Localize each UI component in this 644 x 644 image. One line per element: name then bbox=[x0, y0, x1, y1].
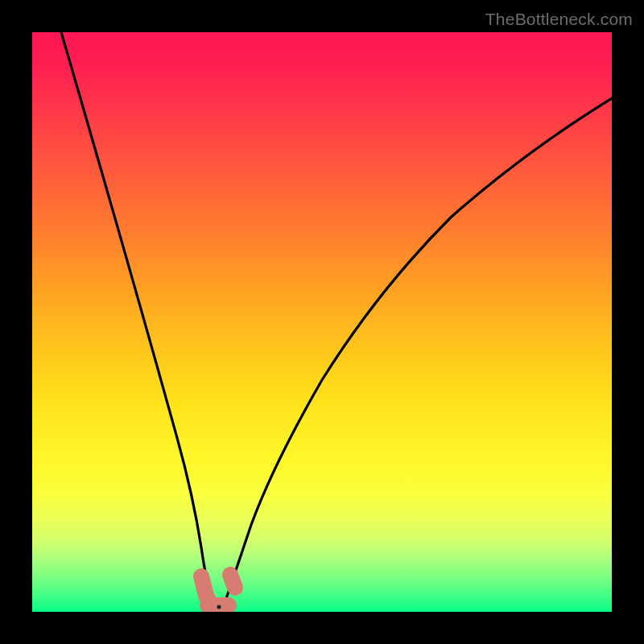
chart-frame: TheBottleneck.com bbox=[0, 0, 644, 644]
plot-area bbox=[32, 32, 612, 612]
bottom-marker bbox=[201, 575, 235, 605]
watermark-text: TheBottleneck.com bbox=[485, 10, 633, 29]
curve-layer bbox=[32, 32, 612, 612]
bottleneck-curve bbox=[61, 32, 612, 609]
min-point-dot bbox=[217, 605, 221, 609]
